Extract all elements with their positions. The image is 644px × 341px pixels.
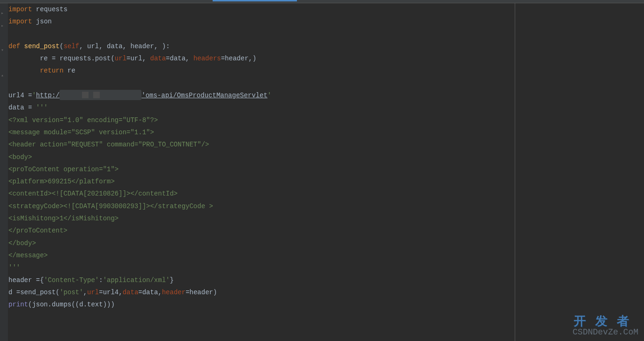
code-line: <isMishitong>1</isMishitong> xyxy=(8,212,515,225)
code-line: <strategyCode><![CDATA[9903000293]]></st… xyxy=(8,200,515,212)
code-line: return re xyxy=(8,65,515,77)
code-line: <proToContent operation="1"> xyxy=(8,163,515,175)
editor-gutter: ▸ ▸ ▾ ▴ xyxy=(0,3,8,341)
code-line: </message> xyxy=(8,249,515,261)
fold-marker[interactable]: ▸ xyxy=(1,20,4,32)
code-line: </proToContent> xyxy=(8,225,515,237)
redacted-content xyxy=(59,90,141,100)
code-line: <?xml version="1.0" encoding="UTF-8"?> xyxy=(8,114,515,126)
code-line: re = requests.post(url=url, data=data, h… xyxy=(8,52,515,65)
code-line: import requests xyxy=(8,3,515,15)
code-line: ''' xyxy=(8,261,515,274)
code-line: def send_post(self, url, data, header, )… xyxy=(8,40,515,52)
code-line: url4 ='http:/'oms-api/OmsProductManageSe… xyxy=(8,89,515,102)
code-line xyxy=(8,77,515,89)
code-line: </body> xyxy=(8,237,515,249)
code-line: print(json.dumps((d.text))) xyxy=(8,298,515,311)
code-line: <platform>699215</platform> xyxy=(8,175,515,188)
code-content[interactable]: import requests import json def send_pos… xyxy=(8,3,515,341)
code-line: <contentId><![CDATA[20210826]]></content… xyxy=(8,188,515,200)
code-line: <header action="REQUEST" command="PRO_TO… xyxy=(8,138,515,151)
code-line: header ={'Content-Type':'application/xml… xyxy=(8,274,515,286)
code-line: d =send_post('post',url=url4,data=data,h… xyxy=(8,286,515,298)
fold-end-marker[interactable]: ▴ xyxy=(1,70,4,82)
code-line: import json xyxy=(8,15,515,28)
code-line: <message module="SCSP" version="1.1"> xyxy=(8,126,515,138)
tab-bar xyxy=(0,0,644,3)
code-line: <body> xyxy=(8,151,515,163)
code-editor[interactable]: ▸ ▸ ▾ ▴ import requests import json def … xyxy=(0,3,644,341)
code-line: data = ''' xyxy=(8,102,515,114)
fold-marker[interactable]: ▾ xyxy=(1,44,4,57)
fold-marker[interactable]: ▸ xyxy=(1,7,4,20)
code-line xyxy=(8,28,515,40)
